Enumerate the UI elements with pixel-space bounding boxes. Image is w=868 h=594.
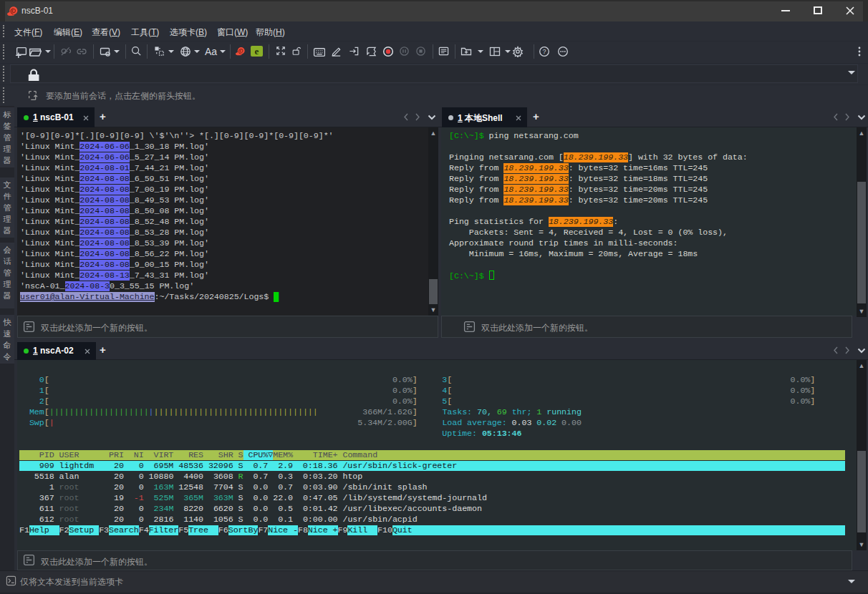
svg-text:?: ? bbox=[542, 48, 546, 55]
